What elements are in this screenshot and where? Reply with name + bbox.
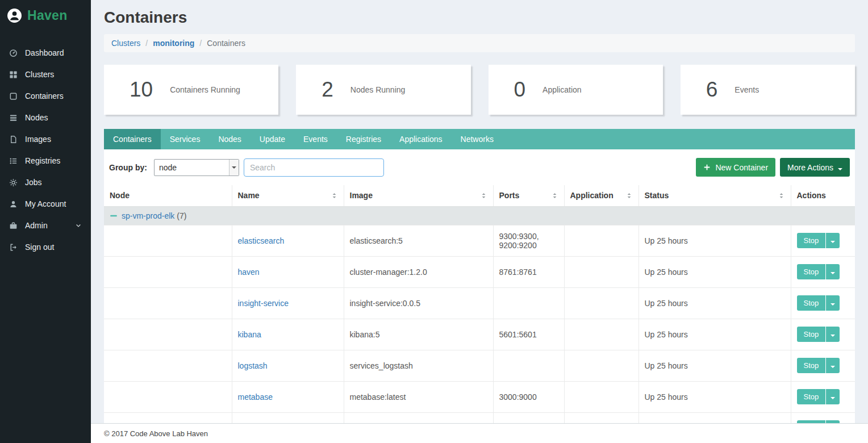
group-by-label: Group by: — [109, 163, 147, 172]
cell-name: insight-service — [232, 287, 344, 319]
stop-dropdown-toggle[interactable] — [826, 327, 840, 342]
my-account-icon — [9, 200, 19, 208]
table-row-logstash: logstashservices_logstashUp 25 hoursStop — [104, 350, 855, 381]
stop-dropdown-toggle[interactable] — [826, 358, 840, 373]
caret-down-icon — [831, 361, 835, 370]
stat-card-containers-running: 10Containers Running — [104, 65, 278, 115]
sort-icon[interactable] — [331, 192, 338, 199]
tab-applications[interactable]: Applications — [390, 129, 452, 149]
stop-button[interactable]: Stop — [797, 358, 826, 373]
cell-application — [564, 350, 639, 381]
cell-node — [104, 225, 232, 256]
breadcrumb-item-clusters[interactable]: Clusters — [111, 39, 140, 48]
sort-icon[interactable] — [480, 192, 487, 199]
registries-icon — [9, 157, 19, 165]
column-header-ports[interactable]: Ports — [493, 185, 564, 206]
tab-events[interactable]: Events — [294, 129, 337, 149]
container-name-link[interactable]: kibana — [238, 330, 261, 339]
content-panel: Group by: node New Container More Action… — [104, 149, 855, 443]
caret-down-icon — [831, 392, 835, 401]
stop-button[interactable]: Stop — [797, 327, 826, 342]
group-by-selected-value: node — [159, 163, 177, 172]
app-logo-text: Haven — [27, 8, 68, 23]
tab-nodes[interactable]: Nodes — [209, 129, 250, 149]
containers-table: NodeNameImagePortsApplicationStatusActio… — [104, 185, 855, 443]
stop-dropdown-toggle[interactable] — [826, 233, 840, 248]
more-actions-button[interactable]: More Actions — [780, 158, 850, 177]
search-input[interactable] — [244, 158, 384, 177]
sidebar-item-my-account[interactable]: My Account — [0, 193, 91, 215]
sidebar-item-label: Admin — [25, 221, 48, 230]
group-node-link[interactable]: sp-vm-prod-elk — [122, 211, 174, 220]
stat-card-nodes-running: 2Nodes Running — [296, 65, 470, 115]
cell-ports — [493, 350, 564, 381]
group-by-select[interactable]: node — [154, 159, 239, 176]
sidebar-item-label: My Account — [25, 199, 66, 208]
sidebar-item-label: Clusters — [25, 70, 54, 79]
column-header-status[interactable]: Status — [639, 185, 791, 206]
stop-dropdown-toggle[interactable] — [826, 295, 840, 311]
column-header-name[interactable]: Name — [232, 185, 344, 206]
sidebar-item-sign-out[interactable]: Sign out — [0, 236, 91, 258]
stat-value: 2 — [322, 78, 333, 102]
tab-networks[interactable]: Networks — [452, 129, 503, 149]
sort-icon[interactable] — [551, 192, 558, 199]
tab-update[interactable]: Update — [251, 129, 294, 149]
sidebar-item-containers[interactable]: Containers — [0, 85, 91, 107]
cell-node — [104, 319, 232, 350]
tab-registries[interactable]: Registries — [337, 129, 390, 149]
table-row-elasticsearch: elasticsearchelasticsearch:59300:9300, 9… — [104, 225, 855, 256]
stop-button-group: Stop — [797, 389, 840, 404]
stop-button[interactable]: Stop — [797, 264, 826, 279]
container-name-link[interactable]: metabase — [238, 392, 273, 402]
collapse-minus-icon[interactable] — [110, 212, 118, 220]
stop-button[interactable]: Stop — [797, 295, 826, 311]
stat-label: Nodes Running — [350, 85, 406, 94]
app-logo[interactable]: Haven — [0, 0, 91, 29]
tab-services[interactable]: Services — [161, 129, 210, 149]
container-name-link[interactable]: elasticsearch — [238, 236, 285, 245]
stop-dropdown-toggle[interactable] — [826, 264, 840, 279]
container-name-link[interactable]: logstash — [238, 361, 268, 370]
cell-application — [564, 225, 639, 256]
cell-actions: Stop — [791, 256, 855, 287]
breadcrumb: Clusters/monitoring/Containers — [104, 34, 855, 52]
column-header-image[interactable]: Image — [344, 185, 493, 206]
stat-label: Events — [735, 85, 759, 94]
new-container-button[interactable]: New Container — [696, 158, 775, 177]
cell-image: cluster-manager:1.2.0 — [344, 256, 493, 287]
cell-actions: Stop — [791, 319, 855, 350]
breadcrumb-item-containers: Containers — [207, 39, 245, 48]
sign-out-icon — [9, 243, 19, 252]
sidebar-item-label: Jobs — [25, 178, 42, 187]
sidebar-item-admin[interactable]: Admin — [0, 215, 91, 236]
group-row: sp-vm-prod-elk(7) — [104, 206, 855, 225]
container-name-link[interactable]: insight-service — [238, 299, 289, 308]
sidebar-item-clusters[interactable]: Clusters — [0, 64, 91, 85]
stop-button[interactable]: Stop — [797, 389, 826, 404]
caret-down-icon — [831, 330, 835, 338]
sort-icon[interactable] — [625, 192, 633, 199]
images-icon — [9, 135, 19, 144]
sort-icon[interactable] — [778, 192, 785, 199]
select-caret-icon — [229, 160, 239, 175]
column-header-application[interactable]: Application — [564, 185, 639, 206]
container-name-link[interactable]: haven — [238, 268, 260, 277]
haven-logo-icon — [7, 8, 22, 23]
breadcrumb-item-monitoring[interactable]: monitoring — [153, 39, 194, 48]
caret-down-icon — [838, 163, 842, 172]
tab-containers[interactable]: Containers — [104, 129, 161, 149]
group-count: (7) — [177, 211, 186, 220]
sidebar-item-images[interactable]: Images — [0, 128, 91, 150]
sidebar-item-registries[interactable]: Registries — [0, 150, 91, 172]
stop-dropdown-toggle[interactable] — [826, 389, 840, 404]
sidebar-item-jobs[interactable]: Jobs — [0, 172, 91, 193]
cell-application — [564, 287, 639, 319]
cell-actions: Stop — [791, 225, 855, 256]
breadcrumb-separator: / — [145, 39, 148, 48]
stop-button-group: Stop — [797, 295, 840, 311]
sidebar-item-nodes[interactable]: Nodes — [0, 107, 91, 128]
stop-button[interactable]: Stop — [797, 233, 826, 248]
sidebar-item-dashboard[interactable]: Dashboard — [0, 42, 91, 64]
cell-actions: Stop — [791, 350, 855, 381]
